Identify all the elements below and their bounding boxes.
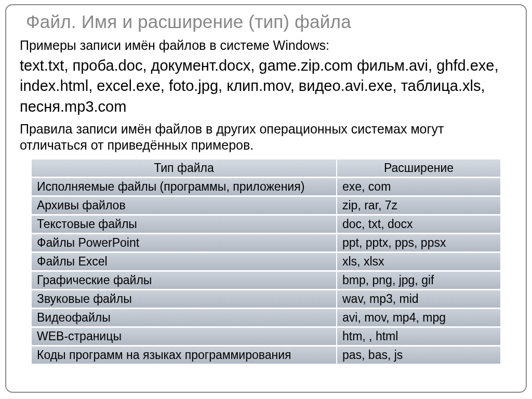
table-row: Текстовые файлы doc, txt, docx [31, 215, 501, 233]
filename-examples: text.txt, проба.doc, документ.docx, game… [20, 56, 512, 116]
cell-ext: pas, bas, js [337, 346, 501, 364]
table-row: WEB-страницы htm, , html [31, 327, 501, 345]
cell-ext: ppt, pptx, pps, ppsx [337, 234, 501, 252]
table-row: Файлы Excel xls, xlsx [31, 252, 501, 271]
table-row: Архивы файлов zip, rar, 7z [31, 196, 501, 215]
cell-type: Файлы PowerPoint [31, 234, 337, 252]
table-row: Файлы PowerPoint ppt, pptx, pps, ppsx [31, 234, 501, 252]
cell-type: Исполняемые файлы (программы, приложения… [31, 178, 337, 196]
page-title: Файл. Имя и расширение (тип) файла [26, 11, 515, 32]
cell-ext: htm, , html [337, 327, 501, 345]
cell-type: Текстовые файлы [31, 215, 337, 233]
cell-type: Графические файлы [31, 271, 337, 289]
cell-type: Коды программ на языках программирования [31, 346, 337, 364]
cell-type: Архивы файлов [31, 196, 337, 215]
extensions-table: Тип файла Расширение Исполняемые файлы (… [31, 158, 501, 365]
cell-ext: avi, mov, mp4, mpg [337, 309, 501, 327]
note-text: Правила записи имён файлов в других опер… [20, 121, 512, 154]
header-type: Тип файла [31, 159, 337, 177]
extensions-table-wrap: Тип файла Расширение Исполняемые файлы (… [31, 158, 501, 365]
cell-type: WEB-страницы [31, 327, 337, 345]
table-row: Звуковые файлы wav, mp3, mid [31, 290, 501, 308]
cell-ext: exe, com [337, 178, 501, 196]
table-header-row: Тип файла Расширение [31, 159, 501, 177]
cell-ext: bmp, png, jpg, gif [337, 271, 501, 289]
cell-type: Видеофайлы [31, 309, 337, 327]
cell-type: Звуковые файлы [31, 290, 337, 308]
slide-container: Файл. Имя и расширение (тип) файла Приме… [5, 4, 527, 393]
cell-ext: xls, xlsx [337, 252, 501, 271]
intro-text: Примеры записи имён файлов в системе Win… [20, 37, 512, 54]
table-row: Графические файлы bmp, png, jpg, gif [31, 271, 501, 289]
table-row: Коды программ на языках программирования… [31, 346, 501, 364]
cell-ext: zip, rar, 7z [337, 196, 501, 215]
header-extension: Расширение [337, 159, 501, 177]
table-row: Исполняемые файлы (программы, приложения… [31, 178, 501, 196]
table-row: Видеофайлы avi, mov, mp4, mpg [31, 309, 501, 327]
cell-ext: wav, mp3, mid [337, 290, 501, 308]
cell-ext: doc, txt, docx [337, 215, 501, 233]
cell-type: Файлы Excel [31, 252, 337, 271]
